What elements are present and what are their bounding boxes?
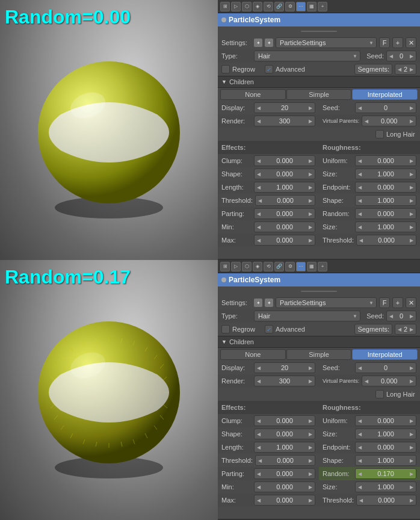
size-input-top[interactable]: ◀1.000▶ — [355, 169, 416, 179]
toolbar-b-icon-3[interactable]: ⬡ — [242, 262, 252, 271]
clump-label-bottom: Clump: — [221, 417, 252, 424]
collapse-bar-bottom[interactable] — [218, 286, 420, 296]
toolbar-icon-2[interactable]: ▷ — [231, 2, 241, 11]
segments-input-top[interactable]: ◀ 2 ▶ — [395, 64, 416, 75]
tab-simple-bottom[interactable]: Simple — [286, 349, 352, 360]
endpoint-input-top[interactable]: ◀0.000▶ — [355, 182, 416, 193]
toolbar-b-icon-9[interactable]: ▦ — [307, 262, 317, 271]
toolbar-b-icon-2[interactable]: ▷ — [231, 262, 241, 271]
size2-input-top[interactable]: ◀1.000▶ — [355, 221, 416, 232]
regrow-checkbox-top[interactable] — [221, 65, 230, 73]
uniform-input-bottom[interactable]: ◀0.000▶ — [355, 415, 416, 426]
settings-x-btn[interactable]: ✕ — [406, 37, 416, 48]
render-input-bottom[interactable]: ◀300▶ — [254, 376, 315, 386]
settings-x-btn-bottom[interactable]: ✕ — [406, 297, 416, 308]
shape2-input-top[interactable]: ◀1.000▶ — [355, 195, 416, 206]
tab-none-top[interactable]: None — [220, 89, 286, 100]
toolbar-b-icon-7[interactable]: ⚙ — [285, 262, 295, 271]
random-label-bottom: Random: — [323, 470, 353, 477]
toolbar-icon-5[interactable]: ⟲ — [264, 2, 273, 11]
toolbar-b-icon-6[interactable]: 🔗 — [274, 262, 284, 271]
particle-settings-dropdown-bottom[interactable]: ParticleSettings ▼ — [276, 297, 377, 308]
random-input-top[interactable]: ◀0.000▶ — [355, 208, 416, 219]
seed2-input-top[interactable]: ◀ 0 ▶ — [355, 102, 416, 113]
longhair-checkbox-bottom[interactable] — [375, 390, 384, 398]
threshold2-input-bottom[interactable]: ◀0.000▶ — [356, 495, 416, 506]
segments-input-bottom[interactable]: ◀ 2 ▶ — [395, 324, 416, 335]
toolbar-b-icon-8[interactable]: ⋯ — [296, 262, 306, 271]
seed-input-top[interactable]: ◀ 0 ▶ — [386, 51, 416, 61]
seed-input-bottom[interactable]: ◀ 0 ▶ — [386, 311, 416, 321]
vp-input-bottom[interactable]: ◀0.000▶ — [362, 376, 416, 386]
min-input-top[interactable]: ◀0.000▶ — [254, 221, 315, 232]
effects-rough-header-top: Effects: Roughness: — [218, 141, 420, 154]
vp-input-top[interactable]: ◀ 0.000 ▶ — [362, 116, 416, 126]
toolbar-b-icon-1[interactable]: ⊞ — [220, 262, 230, 271]
random-input-bottom[interactable]: ◀0.170▶ — [355, 468, 416, 479]
seed2-input-bottom[interactable]: ◀0▶ — [355, 362, 416, 373]
display-label-bottom: Display: — [221, 364, 252, 371]
clump-input-top[interactable]: ◀0.000▶ — [254, 155, 315, 166]
parting-input-bottom[interactable]: ◀0.000▶ — [254, 468, 315, 479]
header-bar-bottom: ParticleSystem — [218, 273, 420, 286]
longhair-row-top: Long Hair — [218, 128, 420, 141]
settings-f-btn-bottom[interactable]: F — [379, 297, 390, 308]
toolbar-icon-4[interactable]: ◈ — [253, 2, 262, 11]
size-input-bottom[interactable]: ◀1.000▶ — [355, 429, 416, 439]
toolbar-icon-7[interactable]: ⚙ — [285, 2, 295, 11]
children-header-top[interactable]: ▼ Children — [218, 76, 420, 88]
tab-none-bottom[interactable]: None — [220, 349, 286, 360]
type-dropdown-top[interactable]: Hair ▼ — [254, 51, 360, 61]
toolbar-icon-6[interactable]: 🔗 — [274, 2, 284, 11]
toolbar-icon-8[interactable]: ⋯ — [296, 2, 306, 11]
tab-simple-top[interactable]: Simple — [286, 89, 352, 100]
clump-input-bottom[interactable]: ◀0.000▶ — [254, 415, 315, 426]
toolbar-icon-1[interactable]: ⊞ — [220, 2, 230, 11]
length-input-top[interactable]: ◀1.000▶ — [254, 182, 315, 193]
toolbar-icon-10[interactable]: + — [318, 2, 327, 11]
longhair-checkbox-top[interactable] — [375, 130, 384, 138]
size-label-top: Size: — [323, 170, 353, 178]
size2-label-top: Size: — [323, 223, 353, 231]
regrow-checkbox-bottom[interactable] — [221, 325, 230, 333]
collapse-bar-top[interactable] — [218, 26, 420, 36]
uniform-input-top[interactable]: ◀0.000▶ — [355, 155, 416, 166]
type-dropdown-bottom[interactable]: Hair ▼ — [254, 311, 360, 321]
settings-plus-btn[interactable]: + — [392, 37, 403, 48]
children-header-bottom[interactable]: ▼ Children — [218, 336, 420, 348]
tab-interpolated-top[interactable]: Interpolated — [352, 89, 418, 100]
display-input-bottom[interactable]: ◀20▶ — [254, 362, 315, 373]
max-input-bottom[interactable]: ◀0.000▶ — [254, 495, 315, 506]
toolbar-b-icon-4[interactable]: ◈ — [253, 262, 262, 271]
endpoint-input-bottom[interactable]: ◀0.000▶ — [355, 442, 416, 453]
threshold-input-bottom[interactable]: ◀0.000▶ — [255, 455, 315, 466]
parting-input-top[interactable]: ◀0.000▶ — [254, 208, 315, 219]
toolbar-b-icon-5[interactable]: ⟲ — [264, 262, 273, 271]
render-label-field-bottom: Render: — [221, 377, 252, 385]
settings-plus-btn-bottom[interactable]: + — [392, 297, 403, 308]
display-seed-row-top: Display: ◀ 20 ▶ Seed: ◀ 0 ▶ — [218, 101, 420, 114]
particle-settings-dropdown-top[interactable]: ParticleSettings ▼ — [276, 37, 377, 48]
settings-f-btn[interactable]: F — [379, 37, 390, 48]
length-input-bottom[interactable]: ◀1.000▶ — [254, 442, 315, 453]
advanced-checkbox-bottom[interactable] — [265, 325, 273, 333]
advanced-checkbox-top[interactable] — [265, 65, 273, 73]
render-label-field-top: Render: — [221, 117, 252, 125]
toolbar-icon-9[interactable]: ▦ — [307, 2, 317, 11]
settings-row-bottom: Settings: ✦ ✦ ParticleSettings ▼ F + ✕ — [218, 296, 420, 309]
size2-input-bottom[interactable]: ◀1.000▶ — [355, 481, 416, 492]
min-input-bottom[interactable]: ◀0.000▶ — [254, 481, 315, 492]
render-input-top[interactable]: ◀ 300 ▶ — [254, 116, 315, 126]
shape-input-top[interactable]: ◀0.000▶ — [254, 169, 315, 179]
render-vp-row-top: Render: ◀ 300 ▶ Virtual Parents: ◀ 0.000… — [218, 114, 420, 128]
threshold2-input-top[interactable]: ◀0.000▶ — [356, 235, 416, 246]
toolbar-b-icon-10[interactable]: + — [318, 262, 327, 271]
tab-interpolated-bottom[interactable]: Interpolated — [352, 349, 418, 360]
shape-size-row-bottom: Shape: ◀0.000▶ Size: ◀1.000▶ — [218, 427, 420, 441]
shape2-input-bottom[interactable]: ◀1.000▶ — [355, 455, 416, 466]
threshold-input-top[interactable]: ◀0.000▶ — [255, 195, 315, 206]
shape-input-bottom[interactable]: ◀0.000▶ — [254, 429, 315, 439]
display-input-top[interactable]: ◀ 20 ▶ — [254, 102, 315, 113]
toolbar-icon-3[interactable]: ⬡ — [242, 2, 252, 11]
max-input-top[interactable]: ◀0.000▶ — [254, 235, 315, 246]
